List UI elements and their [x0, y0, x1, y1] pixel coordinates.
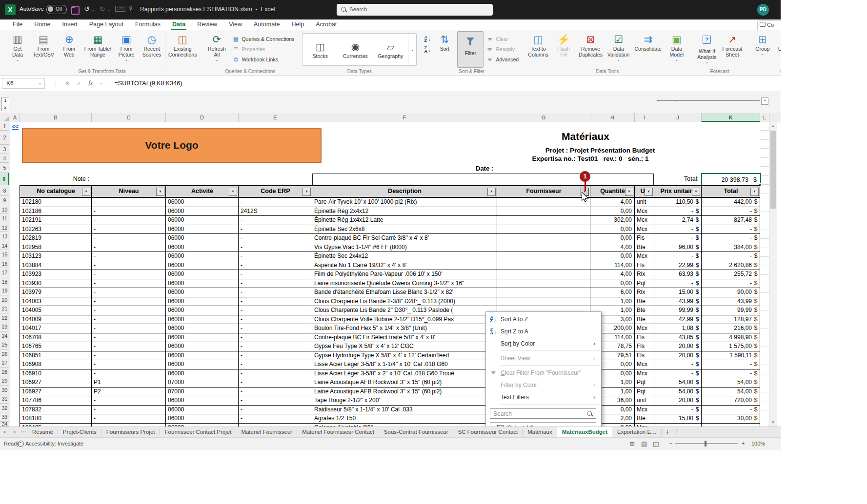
sort-az-button[interactable]: AZ↓: [423, 34, 432, 44]
sort-za-button[interactable]: ZA↓: [423, 44, 432, 55]
sheet-nav-more-icon[interactable]: ⋯: [20, 427, 27, 438]
row-header-22[interactable]: 22: [0, 313, 9, 323]
header-no-catalogue[interactable]: No catalogue▼: [20, 186, 92, 197]
sheet-tab-fournisseur-contact-projet[interactable]: Fournisseur Contact Projet: [160, 427, 237, 438]
sheet-tab-sc-fournisseur-contact[interactable]: SC Fournisseur Contact: [453, 427, 523, 438]
column-header-J[interactable]: J: [654, 113, 702, 122]
filter-button-column[interactable]: ▼: [302, 188, 311, 196]
what-if-analysis-button[interactable]: ?What-If Analysis⌄: [694, 31, 720, 68]
row-header-32[interactable]: 32: [0, 404, 9, 413]
row-header-26[interactable]: 26: [0, 349, 9, 359]
row-header-4[interactable]: 4: [0, 154, 9, 163]
qat-customize-icon[interactable]: ⊽: [129, 6, 132, 11]
column-header-G[interactable]: G: [497, 113, 590, 122]
tab-file[interactable]: File: [7, 19, 28, 30]
accessibility-status[interactable]: Accessibility: Investigate: [25, 441, 83, 446]
normal-view-icon[interactable]: ⊞: [629, 440, 635, 447]
zoom-out-icon[interactable]: −: [669, 440, 672, 446]
active-cell-total[interactable]: 20 398,73$: [701, 173, 761, 186]
from-text-csv-button[interactable]: ▤From Text/CSV: [30, 31, 57, 68]
scroll-down-icon[interactable]: ▼: [770, 420, 776, 425]
sheet-tab-materiel-fournisseur-contact[interactable]: Materiel Fournisseur Contact: [297, 427, 379, 438]
gallery-more-icon[interactable]: ⌄: [408, 34, 416, 65]
tab-formulas[interactable]: Formulas: [129, 19, 166, 30]
header-activit-[interactable]: Activité▼: [166, 186, 239, 197]
column-header-A[interactable]: A: [10, 113, 20, 122]
sort-button[interactable]: ⇅Sort: [432, 31, 457, 68]
header-code-erp[interactable]: Code ERP▼: [239, 186, 312, 197]
header-prix-unitaire[interactable]: Prix unitaire▼: [654, 186, 702, 197]
insert-function-icon[interactable]: fx: [85, 79, 96, 87]
sheet-nav-left-icon[interactable]: ‹: [0, 427, 10, 438]
row-header-24[interactable]: 24: [0, 331, 9, 341]
geography-button[interactable]: ▱Geography: [373, 34, 408, 65]
sheet-tab-projet-clients[interactable]: Projet-Clients: [58, 427, 101, 438]
remove-duplicates-button[interactable]: ⊠Remove Duplicates: [576, 31, 605, 68]
row-header-23[interactable]: 23: [0, 322, 9, 331]
row-header-29[interactable]: 29: [0, 376, 9, 386]
from-picture-button[interactable]: ▣From Picture⌄: [114, 31, 139, 68]
sort-a-to-z-item[interactable]: AZ↓Sort A to Z: [486, 314, 601, 324]
text-to-columns-button[interactable]: ◫Text to Columns: [525, 31, 551, 68]
logo-placeholder[interactable]: Votre Logo: [22, 128, 322, 163]
get-data-button[interactable]: ▥Get Data⌄: [5, 31, 30, 68]
name-box[interactable]: K6⌄: [2, 78, 45, 89]
sort-by-color-item[interactable]: Sort by Color›: [486, 338, 601, 349]
text-filters-item[interactable]: Text Filters›: [486, 392, 601, 402]
tab-home[interactable]: Home: [28, 19, 56, 30]
advanced-button[interactable]: Advanced: [484, 54, 521, 64]
filter-button-column[interactable]: ▼: [692, 188, 700, 196]
sheet-nav-right-icon[interactable]: ›: [10, 427, 20, 438]
column-header-K[interactable]: K: [702, 113, 760, 122]
select-all-corner[interactable]: [0, 113, 10, 122]
row-header-6[interactable]: 6: [0, 173, 9, 185]
column-header-E[interactable]: E: [239, 113, 312, 122]
data-model-button[interactable]: ▣Data Model⌄: [664, 31, 689, 68]
filter-button-column[interactable]: ▼: [229, 188, 237, 196]
row-header-12[interactable]: 12: [0, 223, 9, 233]
currencies-button[interactable]: ◉Currencies: [338, 34, 373, 65]
scroll-up-icon[interactable]: ▲: [770, 124, 776, 128]
zoom-slider[interactable]: [675, 443, 738, 444]
column-header-D[interactable]: D: [166, 113, 239, 122]
zoom-level[interactable]: 100%: [751, 441, 765, 446]
row-header-18[interactable]: 18: [0, 277, 9, 287]
row-header-1[interactable]: 1: [0, 122, 9, 131]
autosave-toggle[interactable]: Off: [46, 5, 67, 14]
row-header-28[interactable]: 28: [0, 368, 9, 377]
sheet-options-icon[interactable]: ⋮: [673, 427, 681, 438]
tab-acrobat[interactable]: Acrobat: [310, 19, 343, 30]
sheet-tab-exportation-e[interactable]: Exportation E…: [612, 427, 662, 438]
sheet-tab-mat-riauxbudget[interactable]: MatériauxBudget: [557, 427, 612, 438]
header-niveau[interactable]: Niveau▼: [92, 186, 166, 197]
row-header-5[interactable]: 5: [0, 163, 9, 173]
sheet-tab-mat-riaux[interactable]: Matériaux: [523, 427, 557, 438]
row-header-13[interactable]: 13: [0, 232, 9, 241]
formula-text[interactable]: =SUBTOTAL(9;K8:K346): [115, 80, 182, 87]
refresh-all-button[interactable]: ⟳Refresh All⌄: [204, 31, 229, 68]
save-icon[interactable]: [71, 6, 80, 15]
row-header-25[interactable]: 25: [0, 340, 9, 349]
outline-collapse-button[interactable]: −: [761, 97, 768, 105]
ungroup-button[interactable]: ⊟Ungroup⌄: [775, 31, 781, 68]
tab-page-layout[interactable]: Page Layout: [83, 19, 129, 30]
tab-automate[interactable]: Automate: [248, 19, 286, 30]
page-break-view-icon[interactable]: ◫: [653, 440, 659, 447]
row-header-14[interactable]: 14: [0, 241, 9, 251]
undo-icon[interactable]: ↺: [84, 5, 90, 13]
sheet-tab-materiel-fournisseur[interactable]: Materiel Fournisseur: [236, 427, 297, 438]
scroll-thumb[interactable]: [770, 131, 776, 209]
row-header-30[interactable]: 30: [0, 386, 9, 395]
row-header-21[interactable]: 21: [0, 304, 9, 313]
header-description[interactable]: Description▼: [312, 186, 497, 197]
header-fournisseur[interactable]: Fournisseur▼: [497, 186, 590, 197]
data-validation-button[interactable]: ☑Data Validation⌄: [605, 31, 632, 68]
column-header-H[interactable]: H: [590, 113, 635, 122]
row-header-34[interactable]: 34: [0, 422, 9, 426]
stocks-button[interactable]: ◫Stocks: [302, 34, 338, 65]
sort-z-to-a-item[interactable]: ZA↓Sort Z to A: [486, 326, 601, 336]
tab-review[interactable]: Review: [191, 19, 223, 30]
sheet-tab-r-sum-[interactable]: Résumé: [27, 427, 58, 438]
undo-caret-icon[interactable]: ⌄: [92, 8, 95, 12]
row-header-15[interactable]: 15: [0, 250, 9, 259]
